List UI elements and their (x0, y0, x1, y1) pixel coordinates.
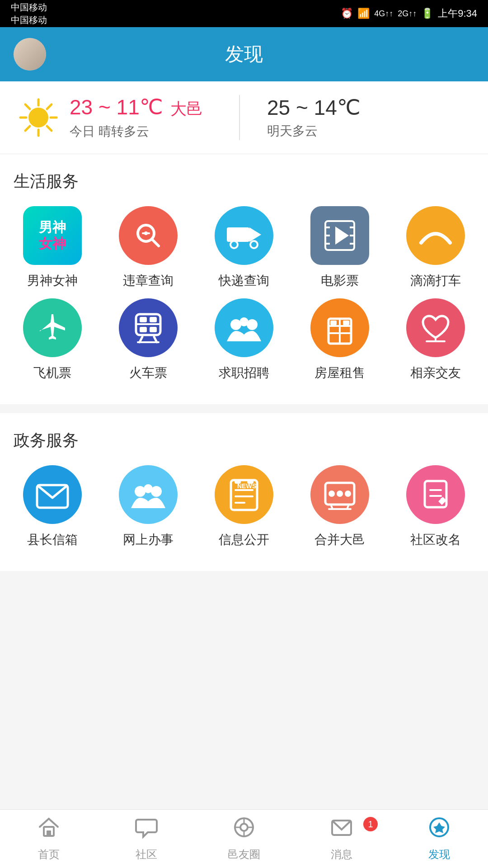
svg-rect-69 (47, 830, 51, 836)
service-item-news[interactable]: NEWS 信息公开 (201, 465, 287, 548)
today-desc: 今日 晴转多云 (70, 123, 203, 140)
time: 上午9:34 (438, 7, 477, 20)
online-icon (119, 465, 178, 524)
svg-point-15 (230, 241, 238, 248)
service-item-violation[interactable]: 违章查询 (105, 206, 192, 289)
tab-community-label: 社区 (136, 847, 157, 862)
date-icon (406, 298, 465, 357)
svg-rect-28 (150, 317, 157, 322)
carrier1: 中国移动 (11, 1, 47, 14)
page-title: 发现 (225, 42, 263, 67)
rename-icon (406, 465, 465, 524)
service-label-merge: 合并大邑 (314, 531, 365, 548)
svg-line-7 (47, 104, 52, 109)
service-item-express[interactable]: 快递查询 (201, 206, 287, 289)
svg-point-71 (240, 824, 248, 831)
weather-today: 23 ~ 11℃ 大邑 今日 晴转多云 (18, 95, 221, 140)
friends-icon (233, 816, 255, 844)
life-service-grid: 男神 女神 男神女神 违章查询 (0, 202, 488, 395)
tab-discover-label: 发现 (428, 847, 450, 862)
nvshen-line1: 男神 (39, 219, 66, 236)
tab-home-label: 首页 (38, 847, 60, 862)
service-label-job: 求职招聘 (219, 364, 269, 382)
status-right: ⏰ 📶 4G↑↑ 2G↑↑ 🔋 上午9:34 (341, 7, 477, 20)
service-label-flight: 飞机票 (33, 364, 71, 382)
merge-icon (310, 465, 369, 524)
service-item-inbox[interactable]: 县长信箱 (9, 465, 96, 548)
service-label-nvshen: 男神女神 (27, 272, 78, 289)
avatar-image (14, 38, 46, 71)
service-item-date[interactable]: 相亲交友 (392, 298, 479, 382)
violation-icon (119, 206, 178, 265)
tab-community[interactable]: 社区 (98, 816, 195, 862)
service-label-online: 网上办事 (123, 531, 174, 548)
today-temp-row: 23 ~ 11℃ 大邑 (70, 95, 203, 120)
news-icon: NEWS (215, 465, 273, 524)
tomorrow-desc: 明天多云 (267, 123, 470, 140)
gov-service-section: 政务服务 县长信箱 (0, 413, 488, 571)
weather-section: 23 ~ 11℃ 大邑 今日 晴转多云 25 ~ 14℃ 明天多云 (0, 81, 488, 154)
tab-friends[interactable]: 邑友圈 (195, 816, 293, 862)
service-label-rename: 社区改名 (410, 531, 461, 548)
service-label-inbox: 县长信箱 (27, 531, 78, 548)
tab-discover[interactable]: 发现 (390, 816, 488, 862)
service-label-express: 快递查询 (219, 272, 269, 289)
service-label-train: 火车票 (129, 364, 167, 382)
service-item-online[interactable]: 网上办事 (105, 465, 192, 548)
gov-service-grid: 县长信箱 网上办事 (0, 461, 488, 562)
weather-tomorrow: 25 ~ 14℃ 明天多云 (258, 95, 470, 140)
svg-rect-42 (343, 321, 349, 325)
tab-messages[interactable]: 1 消息 (293, 816, 390, 862)
service-item-nvshen[interactable]: 男神 女神 男神女神 (9, 206, 96, 289)
nvshen-icon: 男神 女神 (23, 206, 82, 265)
alarm-icon: ⏰ (341, 8, 353, 19)
svg-line-5 (25, 104, 30, 109)
carrier2: 中国移动 (11, 14, 47, 26)
battery-icon: 🔋 (421, 8, 433, 19)
svg-marker-14 (249, 227, 261, 242)
tab-home[interactable]: 首页 (0, 816, 98, 862)
service-item-merge[interactable]: 合并大邑 (296, 465, 383, 548)
life-service-section: 生活服务 男神 女神 男神女神 (0, 154, 488, 404)
train-icon (119, 298, 178, 357)
svg-text:NEWS: NEWS (237, 482, 256, 490)
service-label-date: 相亲交友 (410, 364, 461, 382)
service-label-violation: 违章查询 (123, 272, 174, 289)
tab-bar: 首页 社区 邑友圈 (0, 809, 488, 868)
tomorrow-temp: 25 ~ 14℃ (267, 95, 470, 120)
nvshen-line2: 女神 (39, 236, 66, 252)
service-item-house[interactable]: 房屋租售 (296, 298, 383, 382)
service-item-job[interactable]: 求职招聘 (201, 298, 287, 382)
sun-icon (18, 97, 59, 138)
svg-marker-78 (433, 822, 445, 833)
app-container: 中国移动 中国移动 ⏰ 📶 4G↑↑ 2G↑↑ 🔋 上午9:34 发现 (0, 0, 488, 643)
flight-icon (23, 298, 82, 357)
svg-rect-29 (140, 327, 147, 332)
today-temp: 23 ~ 11℃ (70, 95, 163, 119)
messages-icon (330, 816, 353, 844)
service-item-rename[interactable]: 社区改名 (392, 465, 479, 548)
svg-marker-66 (438, 497, 446, 505)
svg-point-16 (250, 241, 258, 248)
signal-2g: 2G↑↑ (398, 9, 417, 19)
service-label-movie: 电影票 (321, 272, 359, 289)
svg-point-48 (144, 484, 153, 493)
job-icon (215, 298, 273, 357)
svg-point-0 (28, 108, 48, 127)
house-icon (310, 298, 369, 357)
community-icon (135, 816, 158, 844)
movie-icon (310, 206, 369, 265)
svg-line-6 (47, 126, 52, 131)
service-item-didi[interactable]: 滴滴打车 (392, 206, 479, 289)
svg-line-8 (25, 126, 30, 131)
svg-line-10 (152, 239, 159, 246)
avatar[interactable] (14, 38, 46, 71)
didi-icon (406, 206, 465, 265)
svg-rect-27 (140, 317, 147, 322)
status-bar: 中国移动 中国移动 ⏰ 📶 4G↑↑ 2G↑↑ 🔋 上午9:34 (0, 0, 488, 27)
service-item-flight[interactable]: 飞机票 (9, 298, 96, 382)
service-item-movie[interactable]: 电影票 (296, 206, 383, 289)
carrier-info: 中国移动 中国移动 (11, 1, 47, 26)
service-item-train[interactable]: 火车票 (105, 298, 192, 382)
today-location: 大邑 (170, 99, 203, 118)
